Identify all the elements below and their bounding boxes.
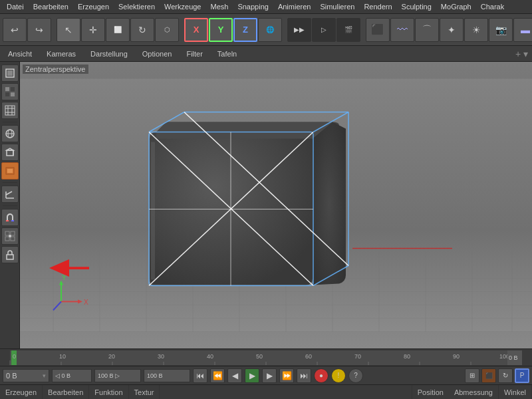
record-mode-button[interactable]: ⬛	[481, 368, 496, 383]
transform-tool-button[interactable]: ⬡	[155, 18, 179, 42]
scale-tool-button[interactable]: ⬜	[106, 18, 130, 42]
box-display-button[interactable]	[1, 144, 19, 161]
select-tool-button[interactable]: ↖	[57, 18, 80, 42]
go-start-button[interactable]: ⏮	[193, 368, 207, 383]
viewport-toolbar: Ansicht Kameras Darstellung Optionen Fil…	[0, 46, 532, 62]
undo-button[interactable]: ↩	[3, 18, 27, 42]
menu-mesh[interactable]: Mesh	[206, 1, 232, 12]
menu-mograph[interactable]: MoGraph	[437, 1, 475, 12]
menu-selektieren[interactable]: Selektieren	[114, 1, 159, 12]
menu-charak[interactable]: Charak	[477, 1, 508, 12]
status-winkel[interactable]: Winkel	[499, 385, 532, 399]
deform-button[interactable]: ⌒	[415, 18, 439, 42]
3d-scene: Y X	[20, 62, 532, 348]
menu-erzeugen[interactable]: Erzeugen	[74, 1, 113, 12]
x-axis-button[interactable]: X	[184, 18, 208, 42]
light-button[interactable]: ☀	[464, 18, 488, 42]
menu-snapping[interactable]: Snapping	[233, 1, 273, 12]
menu-simulieren[interactable]: Simulieren	[316, 1, 358, 12]
svg-text:60: 60	[305, 353, 312, 360]
menu-animieren[interactable]: Animieren	[274, 1, 315, 12]
lock-button[interactable]	[1, 246, 19, 263]
toolbar: ↩ ↪ ↖ ✛ ⬜ ↻ ⬡ X Y Z 🌐 ▶▶ ▷ 🎬 ⬛ 〰 ⌒ ✦ ☀ 📷…	[0, 14, 532, 46]
svg-line-21	[6, 192, 12, 195]
svg-text:70: 70	[354, 353, 361, 360]
menu-datei[interactable]: Datei	[3, 1, 28, 12]
viewport-darstellung[interactable]: Darstellung	[86, 49, 132, 59]
grid-snap-button[interactable]	[1, 227, 19, 245]
face-display-button[interactable]	[1, 162, 19, 180]
render-view-button[interactable]: ▷	[312, 18, 336, 42]
move-tool-button[interactable]: ✛	[81, 18, 105, 42]
redo-button[interactable]: ↪	[27, 18, 51, 42]
y-axis-button[interactable]: Y	[209, 18, 233, 42]
object-mode-button[interactable]	[1, 65, 19, 82]
go-end-button[interactable]: ⏭	[297, 368, 311, 383]
status-funktion[interactable]: Funktion	[89, 385, 128, 399]
magnet-button[interactable]	[1, 209, 19, 226]
svg-rect-27	[11, 237, 15, 241]
svg-rect-24	[5, 231, 9, 235]
camera-button[interactable]: 📷	[489, 18, 513, 42]
viewport[interactable]: Zentralperspektive	[20, 62, 532, 348]
svg-rect-18	[7, 169, 13, 173]
status-position[interactable]: Position	[412, 385, 449, 399]
next-keyframe-button[interactable]: ▶	[262, 368, 277, 383]
spline-button[interactable]: 〰	[390, 18, 414, 42]
play-button[interactable]: ▶	[245, 368, 259, 383]
prev-keyframe-button[interactable]: ◀	[227, 368, 242, 383]
help-button[interactable]: ?	[348, 368, 363, 383]
frame-start-input[interactable]: 0 B ▾	[3, 369, 49, 382]
svg-text:90: 90	[453, 353, 460, 360]
render-active-button[interactable]: 🎬	[336, 18, 360, 42]
viewport-filter[interactable]: Filter	[182, 49, 206, 59]
prev-frame-button[interactable]: ⏪	[210, 368, 225, 383]
svg-marker-15	[7, 148, 13, 150]
floor-button[interactable]: ▬	[513, 18, 532, 42]
sphere-display-button[interactable]	[1, 125, 19, 142]
svg-text:0 B: 0 B	[509, 354, 518, 361]
power-button[interactable]: P	[515, 368, 529, 383]
svg-text:0: 0	[13, 353, 16, 360]
status-abmessung[interactable]: Abmessung	[449, 385, 499, 399]
grid-mode-button[interactable]	[1, 102, 19, 119]
menu-werkzeuge[interactable]: Werkzeuge	[160, 1, 205, 12]
menubar: Datei Bearbeiten Erzeugen Selektieren We…	[0, 0, 532, 14]
loop-button[interactable]: ↻	[498, 368, 513, 383]
frame-current-input[interactable]: 100 B	[144, 369, 190, 382]
main-area: Zentralperspektive	[0, 62, 532, 348]
add-panel-button[interactable]: + ▾	[515, 49, 528, 59]
svg-rect-4	[5, 92, 9, 96]
status-erzeugen[interactable]: Erzeugen	[0, 385, 43, 399]
timeline-ruler[interactable]: 0 10 20 30 40 50 60 70 80 90 100 0	[3, 350, 529, 365]
svg-rect-5	[11, 92, 15, 96]
effector-button[interactable]: ✦	[440, 18, 464, 42]
viewport-tafeln[interactable]: Tafeln	[213, 49, 241, 59]
menu-bearbeiten[interactable]: Bearbeiten	[29, 1, 72, 12]
frame-start-marker[interactable]: ◁ 0 B	[52, 369, 92, 382]
snap-button[interactable]: ⊞	[465, 368, 479, 383]
viewport-kameras[interactable]: Kameras	[43, 49, 80, 59]
status-textur[interactable]: Textur	[129, 385, 160, 399]
rotate-tool-button[interactable]: ↻	[130, 18, 154, 42]
statusbar: Erzeugen Bearbeiten Funktion Textur Posi…	[0, 384, 532, 399]
viewport-optionen[interactable]: Optionen	[138, 49, 176, 59]
cube-prim-button[interactable]: ⬛	[366, 18, 390, 42]
transport-bar: 0 B ▾ ◁ 0 B 100 B ▷ 100 B ⏮ ⏪ ◀ ▶ ▶ ⏩ ⏭ …	[0, 366, 532, 384]
render-region-button[interactable]: ▶▶	[287, 18, 311, 42]
angle-tool-button[interactable]	[1, 186, 19, 203]
status-bearbeiten[interactable]: Bearbeiten	[43, 385, 89, 399]
frame-end-input[interactable]: 100 B ▷	[94, 369, 141, 382]
record-key-button[interactable]: !	[331, 368, 346, 383]
z-axis-button[interactable]: Z	[233, 18, 257, 42]
svg-text:20: 20	[108, 353, 115, 360]
texture-mode-button[interactable]	[1, 83, 19, 100]
record-button[interactable]: ●	[314, 368, 329, 383]
viewport-ansicht[interactable]: Ansicht	[4, 49, 36, 59]
next-frame-button[interactable]: ⏩	[279, 368, 294, 383]
world-button[interactable]: 🌐	[258, 18, 282, 42]
menu-sculpting[interactable]: Sculpting	[398, 1, 436, 12]
svg-text:40: 40	[207, 353, 213, 360]
svg-rect-14	[7, 150, 13, 156]
menu-rendern[interactable]: Rendern	[360, 1, 396, 12]
